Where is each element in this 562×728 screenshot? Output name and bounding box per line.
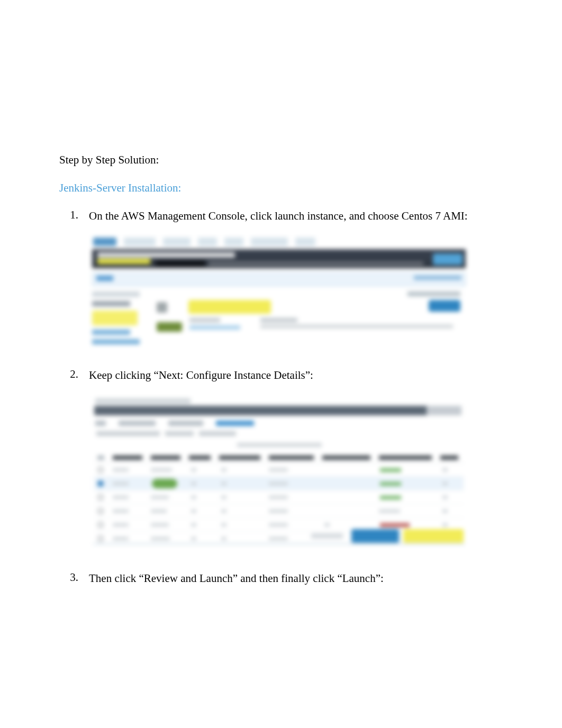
ami-filter-sidebar xyxy=(92,292,150,344)
step-1-number: 1. xyxy=(59,208,89,224)
aws-ami-selection-screenshot xyxy=(89,234,469,344)
step-1-text: On the AWS Management Console, click lau… xyxy=(89,208,468,224)
step-3: 3. Then click “Review and Launch” and th… xyxy=(59,571,509,586)
step-1: 1. On the AWS Management Console, click … xyxy=(59,208,509,224)
table-row-selected[interactable] xyxy=(94,477,464,490)
step-3-text: Then click “Review and Launch” and then … xyxy=(89,571,384,586)
table-row[interactable] xyxy=(94,490,464,504)
aws-instance-type-screenshot xyxy=(89,394,469,548)
instance-filter-tabs xyxy=(95,421,254,426)
free-tier-badge xyxy=(157,322,182,332)
next-configure-instance-button[interactable] xyxy=(403,529,464,543)
ami-search-input[interactable] xyxy=(92,272,466,286)
step-2: 2. Keep clicking “Next: Configure Instan… xyxy=(59,368,509,383)
step-3-number: 3. xyxy=(59,571,89,586)
step-2-text: Keep clicking “Next: Configure Instance … xyxy=(89,368,313,383)
subsection-heading: Jenkins-Server Installation: xyxy=(59,181,509,195)
table-row[interactable] xyxy=(94,504,464,518)
screenshot-1 xyxy=(89,234,509,344)
step-2-number: 2. xyxy=(59,368,89,383)
table-row[interactable] xyxy=(94,463,464,477)
instance-type-table xyxy=(94,452,464,525)
ami-os-icon xyxy=(157,302,167,313)
centos-7-ami-title xyxy=(188,300,271,314)
aws-marketplace-filter[interactable] xyxy=(92,311,138,325)
free-tier-eligible-badge xyxy=(152,479,177,488)
section-heading: Step by Step Solution: xyxy=(59,153,509,167)
review-and-launch-button[interactable] xyxy=(351,529,399,543)
community-amis-link[interactable] xyxy=(92,330,130,335)
cancel-exit-link[interactable] xyxy=(433,253,463,265)
select-ami-button[interactable] xyxy=(429,300,460,312)
wizard-tabs xyxy=(93,238,315,246)
screenshot-2 xyxy=(89,394,509,548)
cancel-link[interactable] xyxy=(311,533,343,539)
